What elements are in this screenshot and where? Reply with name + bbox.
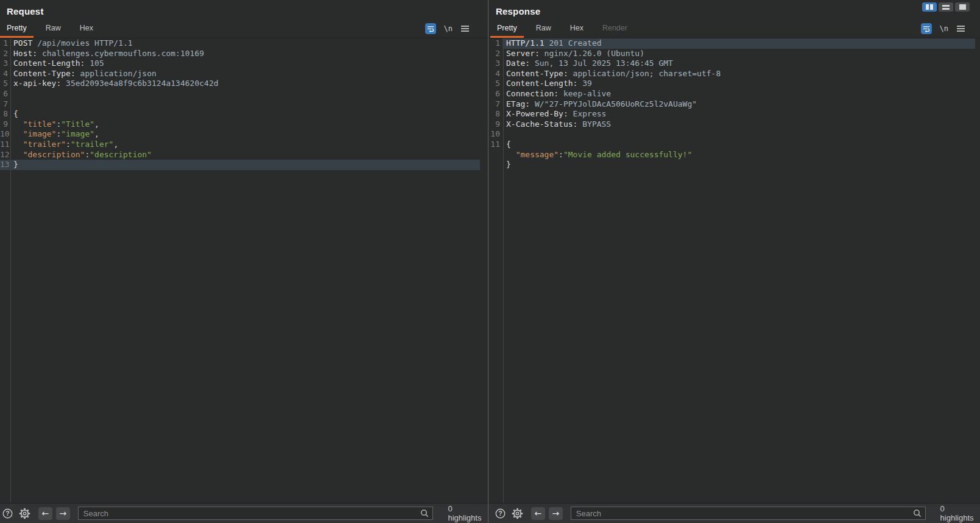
response-search-input[interactable]: [571, 507, 926, 520]
code-text: HTTP/1.1 201 Created: [502, 38, 975, 49]
code-line: 4Content-Type: application/json; charset…: [488, 69, 975, 79]
code-token: :: [559, 150, 563, 159]
code-token: Content-Length:: [506, 79, 577, 88]
tab-request-pretty[interactable]: Pretty: [0, 20, 33, 38]
arrow-left-icon: ←: [42, 508, 49, 518]
code-token: [13, 140, 23, 149]
code-line: 3Date: Sun, 13 Jul 2025 13:46:45 GMT: [488, 59, 975, 69]
line-number: 5: [488, 79, 502, 89]
code-line: 8{: [0, 109, 480, 119]
line-number: 3: [488, 59, 502, 69]
line-number: 8: [488, 109, 502, 119]
line-number: 7: [0, 99, 10, 110]
tab-response-pretty[interactable]: Pretty: [490, 20, 524, 38]
tab-request-hex[interactable]: Hex: [73, 20, 100, 38]
code-text: [502, 129, 506, 140]
settings-gear-icon[interactable]: [18, 507, 31, 520]
search-next-button[interactable]: →: [549, 507, 563, 520]
code-text: {: [502, 140, 511, 150]
show-newlines-toggle[interactable]: \n: [940, 24, 948, 33]
line-number: 1: [488, 38, 502, 49]
hamburger-menu-icon[interactable]: [460, 25, 470, 32]
code-token: {: [13, 109, 18, 118]
code-text: {: [10, 109, 18, 119]
request-panel: Request Pretty Raw Hex \n 1POST /a: [0, 0, 488, 523]
request-search-input[interactable]: [78, 507, 434, 520]
search-icon: [913, 509, 922, 520]
code-text: Server: nginx/1.26.0 (Ubuntu): [502, 49, 644, 59]
code-token: :: [66, 140, 71, 149]
show-newlines-toggle[interactable]: \n: [444, 24, 453, 33]
code-token: "description": [23, 150, 85, 159]
code-text: "image":"image",: [10, 129, 99, 140]
code-text: Content-Length: 105: [10, 59, 104, 69]
search-previous-button[interactable]: ←: [531, 507, 545, 520]
code-line: 10: [488, 129, 975, 140]
code-text: "description":"description": [10, 150, 152, 160]
code-token: ETag:: [506, 99, 530, 109]
code-text: "trailer":"trailer",: [10, 140, 118, 150]
code-token: 201 Created: [549, 38, 601, 48]
request-panel-title: Request: [7, 6, 44, 16]
code-token: "image": [61, 129, 94, 138]
code-text: X-Cache-Status: BYPASS: [502, 119, 611, 130]
code-text: }: [10, 160, 18, 170]
code-line: 6: [0, 89, 480, 99]
settings-gear-icon[interactable]: [511, 507, 524, 520]
line-number: 6: [0, 89, 10, 99]
code-token: x-api-key:: [13, 79, 61, 88]
code-token: "image": [23, 129, 57, 138]
request-code-lines: 1POST /api/movies HTTP/1.12Host: challen…: [0, 38, 488, 170]
search-icon: [420, 509, 429, 520]
code-text: X-Powered-By: Express: [502, 109, 606, 119]
tab-response-raw[interactable]: Raw: [529, 20, 558, 38]
code-line: 10 "image":"image",: [0, 129, 480, 140]
tab-response-hex[interactable]: Hex: [563, 20, 590, 38]
line-number: [488, 150, 502, 160]
help-icon[interactable]: ?: [495, 508, 506, 519]
code-token: "Movie added successfully!": [563, 150, 692, 159]
response-editor-toolbar: \n: [921, 23, 965, 34]
line-number: 8: [0, 109, 10, 119]
search-next-button[interactable]: →: [56, 507, 70, 520]
code-text: "title":"Title",: [10, 119, 99, 130]
code-token: Date:: [506, 59, 530, 68]
response-editor[interactable]: 1HTTP/1.1 201 Created2Server: nginx/1.26…: [488, 38, 980, 503]
code-text: Content-Length: 39: [502, 79, 592, 89]
line-number: 1: [0, 38, 10, 49]
response-panel-title: Response: [496, 6, 540, 16]
code-token: "message": [516, 150, 559, 159]
code-token: Sun, 13 Jul 2025 13:46:45 GMT: [530, 59, 673, 68]
line-number: 10: [488, 129, 502, 140]
code-token: HTTP/1.1: [506, 38, 549, 48]
code-token: X-Cache-Status:: [506, 119, 577, 129]
tab-request-raw[interactable]: Raw: [39, 20, 68, 38]
word-wrap-toggle-button[interactable]: [921, 23, 932, 34]
code-token: application/json; charset=utf-8: [568, 69, 721, 78]
search-previous-button[interactable]: ←: [38, 507, 52, 520]
word-wrap-icon: [426, 24, 435, 33]
code-token: "title": [23, 119, 57, 129]
code-token: 105: [85, 59, 104, 68]
word-wrap-toggle-button[interactable]: [425, 23, 436, 34]
code-text: ETag: W/"27-PPYJolDAcA506UoRCz5l2vAUaWg": [502, 99, 697, 110]
line-number: 11: [488, 140, 502, 150]
code-token: [13, 119, 23, 129]
code-token: Express: [568, 109, 607, 118]
code-line: 7: [0, 99, 480, 110]
hamburger-menu-icon[interactable]: [956, 25, 965, 32]
help-icon[interactable]: ?: [2, 508, 13, 519]
request-editor[interactable]: 1POST /api/movies HTTP/1.12Host: challen…: [0, 38, 488, 503]
code-text: Content-Type: application/json; charset=…: [502, 69, 721, 79]
code-token: X-Powered-By:: [506, 109, 568, 118]
code-line: 1POST /api/movies HTTP/1.1: [0, 38, 480, 49]
code-token: Host:: [13, 49, 37, 58]
code-token: Content-Length:: [13, 59, 85, 68]
line-number: 7: [488, 99, 502, 110]
code-token: ,: [94, 119, 99, 129]
code-token: keep-alive: [559, 89, 611, 98]
code-text: Content-Type: application/json: [10, 69, 157, 79]
response-tabs: Pretty Raw Hex Render: [490, 20, 640, 38]
arrow-left-icon: ←: [535, 508, 542, 518]
request-highlights-count: 0 highlights: [448, 504, 488, 522]
